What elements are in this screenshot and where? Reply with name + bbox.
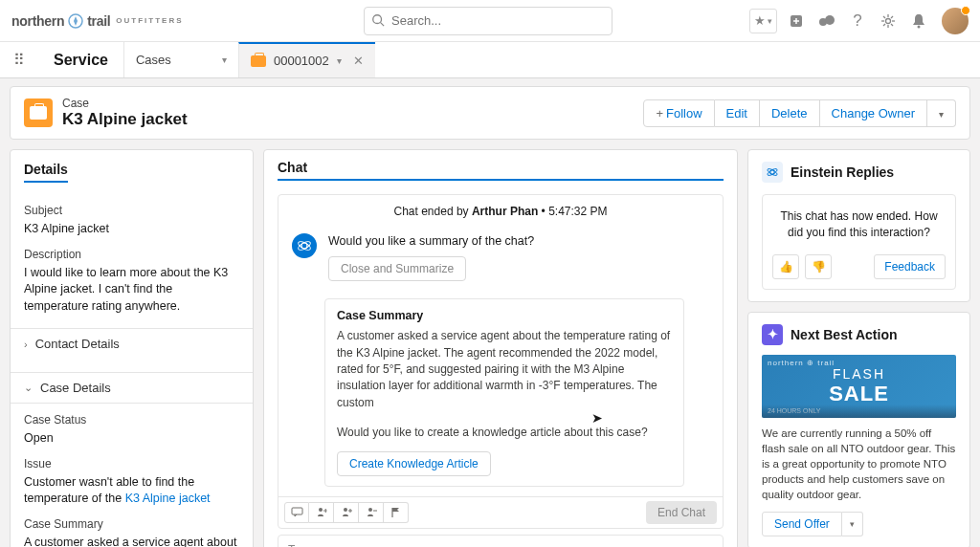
nav-tab-case-record[interactable]: 00001002 ▾ ✕ bbox=[238, 42, 375, 77]
question-icon[interactable]: ? bbox=[846, 10, 869, 33]
accordion-contact-details[interactable]: ›Contact Details bbox=[11, 328, 253, 359]
details-tab[interactable]: Details bbox=[24, 162, 68, 183]
add-icon[interactable] bbox=[785, 10, 808, 33]
search-icon bbox=[371, 13, 385, 30]
chevron-right-icon: › bbox=[24, 339, 28, 350]
field-label-description: Description bbox=[24, 248, 239, 261]
einstein-replies-card: Einstein Replies This chat has now ended… bbox=[747, 149, 970, 302]
next-best-action-card: ✦ Next Best Action northern ⊕ trail FLAS… bbox=[747, 312, 970, 547]
salesforce-help-icon[interactable] bbox=[815, 10, 838, 33]
edit-button[interactable]: Edit bbox=[715, 99, 760, 127]
app-launcher-icon[interactable]: ⠿ bbox=[0, 42, 38, 77]
global-header: northern trail OUTFITTERS ★ ▾ ? bbox=[0, 0, 980, 42]
knowledge-prompt: Would you like to create a knowledge art… bbox=[337, 425, 672, 441]
message-input[interactable]: Type a message... bbox=[278, 535, 724, 547]
close-summarize-button[interactable]: Close and Summarize bbox=[328, 256, 466, 281]
search-container bbox=[364, 7, 612, 35]
thumbs-down-icon[interactable]: 👎 bbox=[805, 254, 832, 279]
field-value-summary: A customer asked a service agent about t… bbox=[24, 535, 239, 548]
add-user-icon[interactable] bbox=[334, 502, 359, 523]
quick-text-icon[interactable] bbox=[284, 502, 309, 523]
field-value-description: I would like to learn more about the K3 … bbox=[24, 265, 239, 316]
field-label-issue: Issue bbox=[24, 457, 239, 470]
chat-tab[interactable]: Chat bbox=[278, 160, 724, 181]
einstein-icon bbox=[762, 162, 783, 183]
accordion-label: Case Details bbox=[40, 381, 111, 395]
nav-tab-label: Cases bbox=[136, 53, 171, 67]
svg-point-23 bbox=[319, 508, 323, 512]
send-offer-dropdown[interactable]: ▾ bbox=[842, 512, 863, 536]
feedback-button[interactable]: Feedback bbox=[874, 254, 946, 279]
nav-tab-label: 00001002 bbox=[274, 54, 329, 68]
action-buttons: +Follow Edit Delete Change Owner bbox=[643, 99, 956, 127]
svg-rect-22 bbox=[292, 508, 302, 514]
close-icon[interactable]: ✕ bbox=[353, 54, 364, 68]
svg-line-3 bbox=[381, 22, 385, 26]
svg-line-15 bbox=[891, 24, 893, 26]
flash-text: FLASH bbox=[833, 366, 885, 382]
case-summary-box: Case Summary A customer asked a service … bbox=[324, 298, 684, 486]
field-value-status: Open bbox=[24, 430, 239, 448]
end-chat-button[interactable]: End Chat bbox=[646, 501, 717, 524]
button-label: Follow bbox=[666, 106, 702, 120]
einstein-message: Would you like a summary of the chat? Cl… bbox=[278, 228, 723, 293]
accordion-case-details[interactable]: ⌄Case Details bbox=[11, 372, 253, 404]
nav-bar: ⠿ Service Cases ▾ 00001002 ▾ ✕ bbox=[0, 42, 980, 78]
brand-sub: OUTFITTERS bbox=[116, 16, 183, 25]
brand-logo: northern trail OUTFITTERS bbox=[11, 13, 184, 29]
svg-line-16 bbox=[883, 24, 885, 26]
change-owner-button[interactable]: Change Owner bbox=[820, 99, 927, 127]
header-utility: ★ ▾ ? bbox=[749, 8, 969, 34]
more-actions-button[interactable] bbox=[927, 99, 956, 127]
feedback-prompt: This chat has now ended. How did you fin… bbox=[772, 208, 946, 241]
object-label: Case bbox=[62, 97, 643, 110]
brand-name-2: trail bbox=[87, 13, 110, 29]
brand-name-1: northern bbox=[11, 13, 64, 29]
chevron-down-icon[interactable]: ▾ bbox=[337, 55, 342, 66]
chat-toolbar: End Chat bbox=[278, 496, 723, 528]
content-columns: Details Subject K3 Alpine jacket Descrip… bbox=[0, 149, 980, 547]
favorites-menu[interactable]: ★ ▾ bbox=[749, 9, 777, 33]
chat-body: Chat ended by Arthur Phan • 5:47:32 PM W… bbox=[278, 194, 724, 529]
svg-point-18 bbox=[918, 25, 921, 28]
nba-description: We are currently running a 50% off flash… bbox=[762, 426, 956, 502]
summary-title: Case Summary bbox=[337, 309, 672, 322]
compass-icon bbox=[68, 13, 83, 29]
page-title: K3 Alpine jacket bbox=[62, 110, 643, 129]
send-offer-button[interactable]: Send Offer bbox=[762, 512, 842, 536]
case-icon bbox=[24, 98, 53, 127]
field-label-summary: Case Summary bbox=[24, 517, 239, 531]
nba-header: ✦ Next Best Action bbox=[762, 324, 956, 345]
chevron-down-icon: ⌄ bbox=[24, 382, 33, 394]
issue-link[interactable]: K3 Alpine jacket bbox=[125, 492, 211, 505]
delete-button[interactable]: Delete bbox=[760, 99, 820, 127]
bubble-content: Would you like a summary of the chat? Cl… bbox=[328, 233, 534, 281]
details-card: Details Subject K3 Alpine jacket Descrip… bbox=[10, 149, 254, 547]
nba-icon: ✦ bbox=[762, 324, 783, 345]
global-search-input[interactable] bbox=[364, 7, 612, 35]
einstein-avatar-icon bbox=[292, 233, 317, 258]
follow-button[interactable]: +Follow bbox=[643, 99, 714, 127]
svg-line-17 bbox=[891, 16, 893, 18]
einstein-title: Einstein Replies bbox=[791, 164, 894, 180]
field-label-subject: Subject bbox=[24, 204, 239, 217]
flag-icon[interactable] bbox=[384, 502, 409, 523]
bell-icon[interactable] bbox=[907, 10, 930, 33]
field-label-status: Case Status bbox=[24, 413, 239, 427]
svg-point-27 bbox=[368, 508, 372, 512]
transfer-icon[interactable] bbox=[309, 502, 334, 523]
nba-title: Next Best Action bbox=[791, 327, 898, 342]
svg-point-9 bbox=[886, 18, 891, 23]
ended-time: 5:47:32 PM bbox=[548, 205, 607, 218]
nav-tab-cases[interactable]: Cases ▾ bbox=[123, 42, 238, 77]
chevron-down-icon[interactable]: ▾ bbox=[222, 55, 227, 65]
user-avatar[interactable] bbox=[942, 8, 969, 34]
middle-column: Chat Chat ended by Arthur Phan • 5:47:32… bbox=[263, 149, 738, 547]
summary-prompt: Would you like a summary of the chat? bbox=[328, 233, 534, 249]
remove-user-icon[interactable] bbox=[359, 502, 384, 523]
gear-icon[interactable] bbox=[877, 10, 900, 33]
flash-sale-banner: northern ⊕ trail FLASH SALE 24 HOURS ONL… bbox=[762, 355, 956, 418]
create-knowledge-button[interactable]: Create Knowledge Article bbox=[337, 451, 491, 476]
thumbs-up-icon[interactable]: 👍 bbox=[772, 254, 799, 279]
svg-point-2 bbox=[373, 14, 382, 23]
